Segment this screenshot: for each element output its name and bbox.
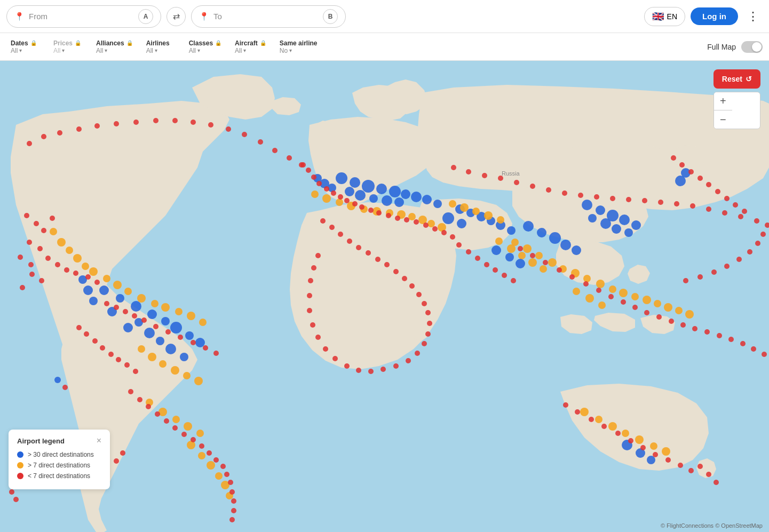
svg-point-67: [151, 300, 158, 307]
svg-point-169: [181, 432, 187, 437]
aircraft-label: Aircraft 🔒: [235, 39, 266, 47]
svg-point-86: [215, 472, 223, 480]
svg-point-272: [608, 294, 614, 299]
svg-point-264: [315, 253, 321, 258]
svg-point-171: [199, 443, 204, 449]
dates-lock-icon: 🔒: [30, 40, 37, 46]
svg-point-126: [662, 447, 670, 456]
svg-point-188: [331, 190, 336, 196]
svg-point-341: [688, 169, 694, 174]
reset-button[interactable]: Reset ↺: [713, 69, 760, 89]
location-pin-icon: 📍: [14, 12, 25, 21]
airlines-filter[interactable]: Airlines All ▾: [142, 36, 185, 58]
svg-point-199: [423, 223, 429, 228]
svg-point-152: [191, 340, 196, 345]
svg-point-8: [195, 338, 205, 347]
svg-point-33: [411, 192, 422, 202]
svg-point-146: [123, 309, 128, 314]
aircraft-filter[interactable]: Aircraft 🔒 All ▾: [231, 36, 275, 58]
svg-point-218: [690, 203, 695, 209]
login-button[interactable]: Log in: [691, 7, 738, 25]
full-map-toggle[interactable]: Full Map: [707, 41, 763, 53]
svg-point-123: [622, 430, 629, 437]
classes-filter[interactable]: Classes 🔒 All ▾: [185, 36, 231, 58]
map-controls: Reset ↺ + −: [713, 69, 760, 129]
svg-point-227: [736, 257, 742, 262]
aircraft-value: All ▾: [235, 47, 266, 54]
legend-close-button[interactable]: ×: [97, 436, 101, 446]
more-menu-button[interactable]: ⋮: [743, 7, 763, 26]
svg-point-353: [491, 245, 501, 255]
to-search-box[interactable]: 📍 To B: [191, 5, 346, 28]
svg-point-135: [45, 256, 51, 261]
svg-point-90: [322, 194, 331, 203]
svg-point-323: [475, 256, 480, 261]
svg-point-74: [159, 360, 167, 368]
svg-point-322: [466, 249, 471, 255]
svg-point-294: [665, 457, 671, 463]
to-placeholder: To: [213, 12, 319, 21]
language-button[interactable]: 🇬🇧 EN: [644, 7, 685, 26]
svg-point-167: [164, 418, 169, 424]
same-airline-filter[interactable]: Same airline No ▾: [275, 36, 327, 58]
svg-point-114: [664, 303, 672, 312]
svg-point-182: [114, 458, 119, 464]
dates-filter[interactable]: Dates 🔒 All ▾: [6, 36, 49, 58]
svg-point-149: [153, 324, 158, 329]
swap-button[interactable]: ⇄: [167, 7, 186, 26]
from-search-box[interactable]: 📍 From A: [6, 5, 161, 28]
svg-point-289: [601, 424, 607, 429]
svg-point-257: [323, 346, 328, 352]
svg-point-109: [609, 285, 616, 293]
svg-point-282: [728, 337, 734, 342]
airlines-value: All ▾: [146, 47, 176, 54]
legend-red-label: < 7 direct destinations: [28, 472, 90, 480]
svg-point-230: [697, 274, 703, 280]
svg-point-184: [306, 168, 311, 173]
prices-filter[interactable]: Prices 🔒 All ▾: [49, 36, 92, 58]
svg-point-89: [311, 190, 319, 198]
svg-point-268: [557, 267, 562, 273]
zoom-out-button[interactable]: −: [714, 110, 732, 129]
svg-point-142: [85, 274, 91, 280]
svg-point-301: [94, 123, 100, 129]
svg-point-136: [55, 262, 60, 267]
svg-point-177: [229, 489, 235, 495]
legend-item-blue: > 30 direct destinations: [17, 451, 101, 458]
svg-point-21: [362, 180, 375, 193]
svg-point-103: [535, 252, 543, 259]
svg-point-60: [73, 254, 82, 263]
svg-point-65: [124, 288, 132, 295]
svg-point-27: [369, 194, 378, 203]
svg-point-315: [62, 385, 68, 390]
svg-point-293: [653, 452, 658, 457]
svg-point-340: [679, 162, 685, 168]
svg-point-118: [585, 294, 594, 303]
svg-point-148: [141, 317, 147, 323]
svg-point-61: [82, 263, 89, 270]
alliances-filter[interactable]: Alliances 🔒 All ▾: [92, 36, 142, 58]
svg-point-316: [9, 489, 14, 495]
svg-point-111: [631, 293, 639, 300]
reset-label: Reset: [722, 75, 742, 83]
svg-point-130: [50, 216, 55, 221]
svg-point-57: [50, 228, 57, 235]
classes-chevron-icon: ▾: [197, 47, 200, 53]
zoom-in-button[interactable]: +: [714, 92, 732, 110]
svg-point-201: [441, 230, 447, 235]
lang-label: EN: [667, 12, 677, 21]
svg-point-24: [401, 189, 410, 199]
svg-point-210: [562, 190, 567, 196]
svg-point-224: [760, 232, 766, 237]
svg-point-307: [208, 122, 213, 128]
svg-point-22: [376, 184, 387, 194]
svg-point-284: [751, 346, 756, 352]
svg-point-194: [376, 210, 382, 216]
svg-point-102: [523, 244, 532, 253]
legend-header: Airport legend ×: [17, 436, 101, 446]
full-map-switch[interactable]: [741, 41, 763, 53]
svg-point-36: [442, 212, 454, 224]
svg-point-52: [560, 240, 571, 250]
svg-point-73: [148, 353, 156, 361]
svg-point-277: [669, 319, 674, 324]
